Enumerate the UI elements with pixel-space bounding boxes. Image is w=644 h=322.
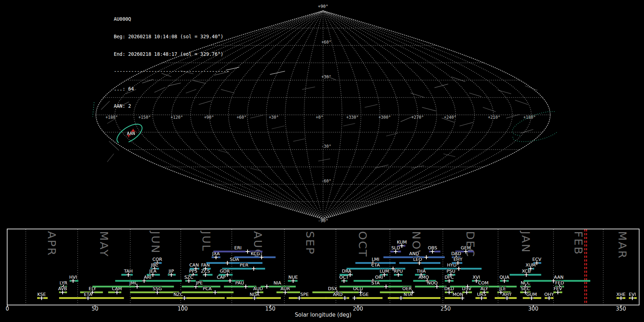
shower-label: FED — [555, 280, 564, 286]
shower-bar — [115, 280, 182, 282]
longitude-label: +300° — [379, 115, 391, 120]
shower-label: EHY — [453, 257, 462, 262]
shower-label: OBS — [428, 245, 437, 250]
aan-map-label: AAN — [127, 131, 135, 136]
month-label: MAR — [616, 231, 629, 259]
header-separator: ---------------------------------------- — [114, 69, 229, 74]
shower-label: JPE — [196, 280, 203, 286]
shower-label: ERI — [234, 245, 241, 250]
shower-label: DAD — [451, 251, 461, 256]
shower-bar — [182, 292, 234, 293]
shower-bar — [388, 297, 440, 299]
shower-label: AND — [409, 251, 419, 256]
shower-bar — [182, 286, 220, 288]
shower-bar — [340, 286, 411, 288]
month-label: FEB — [572, 231, 585, 255]
month-label: JUN — [149, 230, 162, 254]
peak-marker — [399, 296, 403, 300]
meteor-trail — [250, 168, 261, 171]
observation-header: AU000Q Beg: 20260218 10:14:08 (sol = 329… — [114, 5, 229, 121]
shower-label: TAH — [123, 268, 133, 274]
longitude-label: +60° — [236, 115, 247, 120]
shower-bar — [224, 286, 257, 288]
month-label: DEC — [464, 231, 477, 258]
shower-label: MON — [453, 292, 463, 297]
meteor-trail — [435, 84, 448, 88]
shower-label: XVI — [473, 274, 480, 280]
peak-marker — [213, 291, 217, 294]
shower-bar — [108, 292, 121, 293]
shower-label: COM — [478, 280, 488, 286]
longitude-label: +270° — [411, 115, 424, 120]
meteor-trail — [343, 123, 355, 126]
meteor-trail — [452, 77, 465, 82]
shower-label: AHY — [502, 292, 512, 297]
peak-marker — [457, 267, 461, 271]
meteor-trail — [270, 71, 285, 74]
peak-marker — [424, 255, 428, 259]
shower-label: CTA — [371, 262, 380, 268]
peak-marker — [228, 279, 232, 283]
shower-label: LUM — [380, 268, 389, 274]
shower-label: GDR — [220, 268, 230, 274]
shower-bar — [380, 292, 414, 293]
meteor-trail — [483, 107, 496, 112]
shower-label: PAU — [235, 280, 244, 286]
shower-label: GUM — [526, 292, 537, 297]
meteor-trail — [101, 101, 109, 109]
meteor-trail — [444, 154, 455, 157]
meteor-trail — [411, 93, 424, 97]
shower-label: PCA — [203, 286, 212, 291]
month-label: OCT — [356, 231, 369, 258]
month-label: JUL — [200, 230, 213, 252]
shower-label: JLE — [499, 286, 506, 291]
shower-label: NOO — [427, 280, 438, 286]
peak-marker — [225, 261, 229, 265]
meteor-trail — [293, 139, 305, 141]
shower-bar — [415, 286, 447, 288]
shower-bar — [353, 297, 382, 299]
shower-label: ECV — [532, 257, 542, 262]
meteor-trail — [318, 159, 330, 161]
peak-marker — [252, 267, 256, 271]
shower-label: CAN — [189, 262, 199, 268]
shower-label: JEA — [149, 268, 157, 274]
x-tick-label: 150 — [265, 306, 275, 312]
peak-marker — [352, 296, 356, 300]
begin-time: Beg: 20260218 10:14:08 (sol = 329.40°) — [114, 34, 229, 40]
shower-label: COR — [152, 257, 162, 262]
shower-label: KUM — [397, 239, 407, 245]
peak-marker — [343, 296, 347, 300]
shower-label: AAN — [554, 274, 564, 280]
shower-label: SSG — [153, 286, 162, 291]
peak-marker — [244, 285, 248, 289]
longitude-label: +30° — [269, 115, 279, 120]
shower-label: AUR — [280, 286, 290, 291]
shower-label: OHY — [544, 292, 554, 297]
shower-label: KSE — [37, 292, 46, 297]
shower-label: RPU — [394, 268, 403, 274]
meteor-trail — [469, 93, 481, 97]
shower-label: LYR — [60, 280, 68, 286]
shower-label: QUA — [499, 274, 509, 280]
meteor-trail — [218, 150, 229, 153]
solar-longitude-chart: APRMAYJUNJULAUGSEPOCTNOVDECJANFEBMARKSEL… — [6, 229, 639, 318]
shower-bar — [59, 297, 124, 299]
sky-map-and-timeline: +90°-90°+60°+30°-30°-60°+180°+150°+120°+… — [0, 0, 644, 322]
north-pole-label: +90° — [318, 4, 328, 9]
meteor-trail — [498, 90, 511, 94]
meteor-trail — [302, 87, 315, 89]
latitude-label: -30° — [321, 144, 331, 149]
shower-label: NUE — [288, 274, 298, 280]
shower-label: LEO — [413, 257, 422, 262]
shower-label: HVI — [69, 274, 77, 280]
shower-bar — [277, 292, 300, 293]
shower-bar — [234, 257, 275, 258]
peak-marker — [384, 285, 388, 289]
meteor-trail — [109, 141, 119, 150]
latitude-label: +60° — [321, 40, 331, 45]
end-time: End: 20260218 18:48:17 (sol = 329.76°) — [114, 52, 229, 57]
meteor-trail — [506, 114, 519, 118]
meteor-trail — [386, 133, 398, 136]
x-tick-label: 350 — [616, 306, 626, 312]
